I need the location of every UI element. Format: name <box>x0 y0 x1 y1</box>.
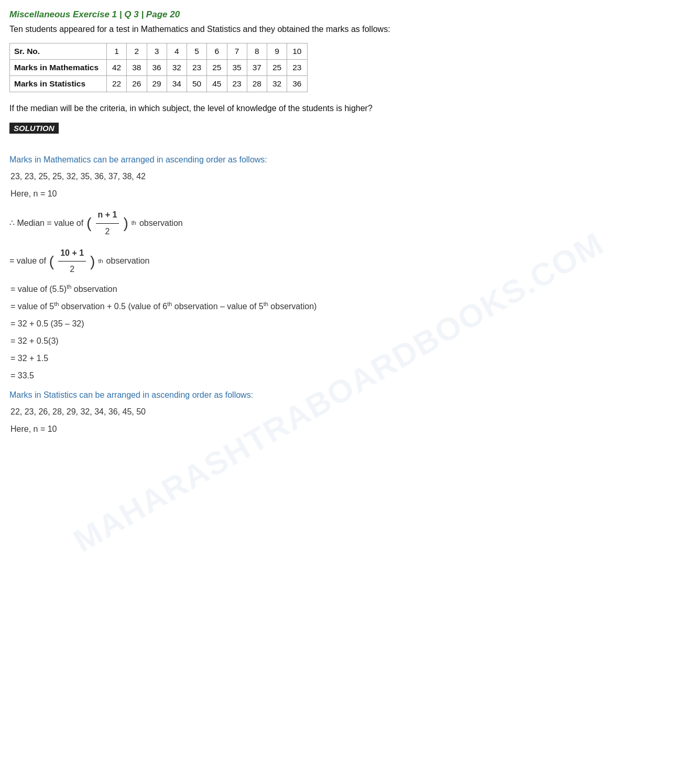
stats-8: 28 <box>247 76 267 92</box>
step4-sup3: th <box>264 301 268 307</box>
math-7: 35 <box>227 60 247 76</box>
question-text: If the median will be the criteria, in w… <box>9 102 668 115</box>
solution-label-wrapper: SOLUTION <box>9 123 668 143</box>
stats-row: Marks in Statistics 22 26 29 34 50 45 23… <box>10 76 308 92</box>
col-6: 6 <box>207 43 227 60</box>
sr-no-header: Sr. No. <box>10 43 107 60</box>
stats-4: 34 <box>167 76 187 92</box>
stats-3: 29 <box>147 76 167 92</box>
fraction-1: n + 1 2 <box>96 207 119 240</box>
marks-table: Sr. No. 1 2 3 4 5 6 7 8 9 10 Marks in Ma… <box>9 43 308 92</box>
observation-label-2: observation <box>106 254 150 269</box>
median-formula-line: ∴ Median = value of ( n + 1 2 ) th obser… <box>9 207 668 240</box>
stats-2: 26 <box>127 76 147 92</box>
math-10: 23 <box>287 60 307 76</box>
header-title: Miscellaneous Exercise 1 | Q 3 | Page 20 <box>9 9 668 20</box>
col-7: 7 <box>227 43 247 60</box>
fraction-1-denom: 2 <box>103 224 112 240</box>
step4-sup1: th <box>54 301 59 307</box>
step6-line: = 32 + 0.5(3) <box>9 334 668 349</box>
n-note-2: Here, n = 10 <box>9 422 668 437</box>
step3-sup: th <box>67 284 71 290</box>
step3-line: = value of (5.5)th observation <box>9 282 668 297</box>
paren-open-2: ( <box>49 254 54 269</box>
stats-9: 32 <box>267 76 287 92</box>
math-row-label: Marks in Mathematics <box>10 60 107 76</box>
math-9: 25 <box>267 60 287 76</box>
col-8: 8 <box>247 43 267 60</box>
col-3: 3 <box>147 43 167 60</box>
stat-ascending-note: Marks in Statistics can be arranged in a… <box>9 388 668 403</box>
fraction-2-denom: 2 <box>68 262 77 278</box>
math-ascending-values: 23, 23, 25, 25, 32, 35, 36, 37, 38, 42 <box>9 169 668 184</box>
paren-close: ) <box>123 216 128 231</box>
observation-label: observation <box>139 216 183 231</box>
math-5: 23 <box>187 60 207 76</box>
page-header: Miscellaneous Exercise 1 | Q 3 | Page 20… <box>9 9 668 36</box>
intro-text: Ten students appeared for a test in Math… <box>9 23 668 36</box>
math-1: 42 <box>107 60 127 76</box>
solution-label: SOLUTION <box>9 123 59 134</box>
stat-ascending-values: 22, 23, 26, 28, 29, 32, 34, 36, 45, 50 <box>9 405 668 420</box>
median-formula-prefix: ∴ Median = value of <box>9 216 83 231</box>
fraction-1-numer: n + 1 <box>96 207 119 224</box>
stats-7: 23 <box>227 76 247 92</box>
step2-line: = value of ( 10 + 1 2 ) th observation <box>9 245 668 278</box>
step7-line: = 32 + 1.5 <box>9 351 668 366</box>
table-header-row: Sr. No. 1 2 3 4 5 6 7 8 9 10 <box>10 43 308 60</box>
col-9: 9 <box>267 43 287 60</box>
stats-row-label: Marks in Statistics <box>10 76 107 92</box>
math-row: Marks in Mathematics 42 38 36 32 23 25 3… <box>10 60 308 76</box>
paren-close-2: ) <box>90 254 95 269</box>
step2-prefix: = value of <box>9 254 46 269</box>
stats-5: 50 <box>187 76 207 92</box>
fraction-2-numer: 10 + 1 <box>58 245 86 262</box>
step4-line: = value of 5th observation + 0.5 (value … <box>9 299 668 314</box>
col-1: 1 <box>107 43 127 60</box>
fraction-2: 10 + 1 2 <box>58 245 86 278</box>
math-6: 25 <box>207 60 227 76</box>
math-ascending-note: Marks in Mathematics can be arranged in … <box>9 153 668 168</box>
th-superscript-2: th <box>98 256 103 267</box>
math-8: 37 <box>247 60 267 76</box>
col-4: 4 <box>167 43 187 60</box>
stats-10: 36 <box>287 76 307 92</box>
col-2: 2 <box>127 43 147 60</box>
step8-line: = 33.5 <box>9 368 668 384</box>
n-note: Here, n = 10 <box>9 187 668 202</box>
stats-6: 45 <box>207 76 227 92</box>
step4-sup2: th <box>167 301 172 307</box>
th-superscript: th <box>132 218 136 228</box>
solution-block: Marks in Mathematics can be arranged in … <box>9 153 668 437</box>
math-4: 32 <box>167 60 187 76</box>
step5-line: = 32 + 0.5 (35 – 32) <box>9 317 668 332</box>
col-5: 5 <box>187 43 207 60</box>
col-10: 10 <box>287 43 307 60</box>
math-3: 36 <box>147 60 167 76</box>
math-2: 38 <box>127 60 147 76</box>
paren-open: ( <box>86 216 91 231</box>
stats-1: 22 <box>107 76 127 92</box>
